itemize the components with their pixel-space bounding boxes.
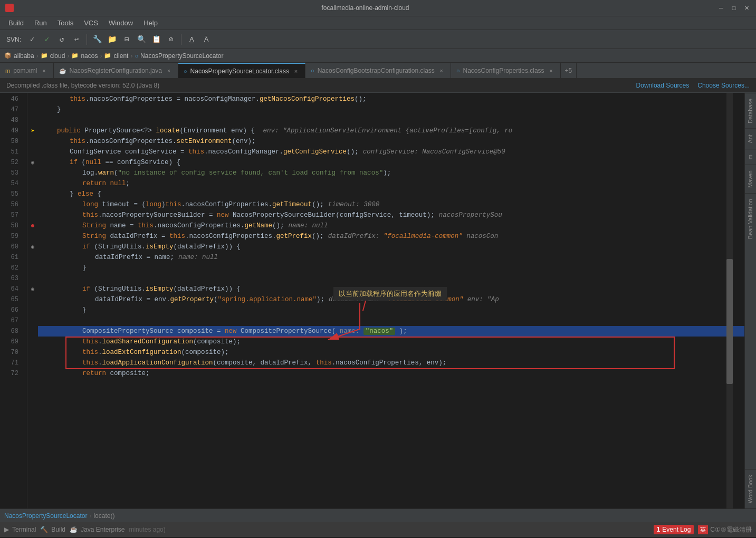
main-content: 46 47 48 49 50 51 52 53 54 55 56 57 58 5… xyxy=(0,93,756,508)
menu-help[interactable]: Help xyxy=(139,18,162,28)
bc-nacos[interactable]: nacos xyxy=(81,52,98,60)
bottom-bc-method[interactable]: locate() xyxy=(93,512,114,520)
line-num-62: 62 xyxy=(0,263,23,273)
toolbar-checkmark1[interactable]: ✓ xyxy=(26,34,38,45)
toolbar-checkmark2[interactable]: ✓ xyxy=(41,34,53,45)
status-event-log[interactable]: 1 Event Log xyxy=(654,525,694,534)
gutter-54 xyxy=(27,178,38,189)
code-content[interactable]: this.nacosConfigProperties = nacosConfig… xyxy=(38,93,744,508)
gutter-67 xyxy=(27,315,38,326)
bc-class[interactable]: NacosPropertySourceLocator xyxy=(140,52,223,60)
tab-nacos-config-close[interactable]: × xyxy=(548,67,555,74)
status-ime-indicator[interactable]: 英 C①⑤電磁清册 xyxy=(698,525,752,534)
gutter-49: ➤ xyxy=(27,126,38,136)
sidebar-tab-bean[interactable]: Bean Validation xyxy=(745,193,756,244)
maximize-button[interactable]: □ xyxy=(730,4,738,12)
code-line-52: if (null == configService) { xyxy=(38,157,744,168)
menu-tools[interactable]: Tools xyxy=(53,18,78,28)
sidebar-tab-ant[interactable]: Ant xyxy=(745,129,756,149)
dot-60: ◉ xyxy=(31,244,34,250)
gutter-56 xyxy=(27,199,38,210)
line-num-67: 67 xyxy=(0,315,23,326)
code-line-48 xyxy=(38,115,744,126)
tab-pom-xml[interactable]: m pom.xml × xyxy=(0,63,54,78)
menu-vcs[interactable]: VCS xyxy=(80,18,102,28)
current-line-arrow: ➤ xyxy=(31,127,34,135)
close-button[interactable]: ✕ xyxy=(742,4,751,12)
toolbar-search[interactable]: 🔍 xyxy=(136,34,147,45)
sidebar-tab-wordbook[interactable]: Word Book xyxy=(745,469,756,508)
bc-client[interactable]: client xyxy=(113,52,128,60)
gutter-48 xyxy=(27,115,38,126)
status-minutes-ago: minutes ago) xyxy=(129,526,165,533)
status-build[interactable]: 🔨 Build xyxy=(40,526,65,533)
tab-nacos-property[interactable]: ○ NacosPropertySourceLocator.class × xyxy=(178,63,305,78)
tab-nacos-bootstrap[interactable]: ○ NacosConfigBootstrapConfiguration.clas… xyxy=(305,63,451,78)
toolbar-refresh[interactable]: ↺ xyxy=(56,34,68,45)
menu-run[interactable]: Run xyxy=(30,18,51,28)
class-file-icon: ○ xyxy=(135,53,138,59)
breakpoint-58[interactable]: ● xyxy=(31,222,35,230)
bottom-bc-class[interactable]: NacosPropertySourceLocator xyxy=(4,512,87,520)
download-sources-link[interactable]: Download Sources xyxy=(636,82,690,89)
code-line-57: this.nacosPropertySourceBuilder = new Na… xyxy=(38,210,744,220)
bc-sep3: › xyxy=(100,52,102,60)
minimize-button[interactable]: ─ xyxy=(717,4,725,12)
tabs-bar: m pom.xml × ☕ NacosRegisterConfiguration… xyxy=(0,62,756,78)
tab-nacos-register-close[interactable]: × xyxy=(165,67,173,74)
terminal-label: Terminal xyxy=(12,526,36,533)
line-num-52: 52 xyxy=(0,157,23,168)
toolbar-stop[interactable]: ⊘ xyxy=(165,34,177,45)
code-line-69: this.loadSharedConfiguration(composite); xyxy=(38,337,744,347)
code-line-53: log.warn("no instance of config service … xyxy=(38,168,744,178)
toolbar-diff[interactable]: ⊟ xyxy=(121,34,132,45)
code-line-67 xyxy=(38,315,744,326)
tab-nacos-register[interactable]: ☕ NacosRegisterConfiguration.java × xyxy=(54,63,178,78)
title-bar: focallmedia-online-admin-cloud ─ □ ✕ xyxy=(0,0,756,16)
status-java-enterprise[interactable]: ☕ Java Enterprise xyxy=(70,526,125,533)
tab-nacos-property-close[interactable]: × xyxy=(292,68,300,75)
tab-nacos-bootstrap-close[interactable]: × xyxy=(438,67,445,74)
sidebar-tab-database[interactable]: Database xyxy=(745,93,756,129)
gutter-50 xyxy=(27,136,38,147)
vertical-scrollbar[interactable] xyxy=(726,93,733,508)
class-icon-active: ○ xyxy=(184,68,187,74)
line-num-51: 51 xyxy=(0,147,23,157)
toolbar-folder[interactable]: 📁 xyxy=(106,34,118,45)
line-num-59: 59 xyxy=(0,231,23,242)
scrollbar-thumb[interactable] xyxy=(726,259,733,383)
gutter-65 xyxy=(27,294,38,305)
toolbar-wrench[interactable]: 🔧 xyxy=(91,34,103,45)
line-num-60: 60 xyxy=(0,242,23,252)
toolbar-translate1[interactable]: A̲ xyxy=(186,34,197,45)
bc-sep2: › xyxy=(67,52,69,60)
gutter-51 xyxy=(27,147,38,157)
sidebar-tab-m[interactable]: m xyxy=(745,149,756,165)
tab-pom-close[interactable]: × xyxy=(41,67,48,74)
line-num-64: 64 xyxy=(0,284,23,294)
gutter-52: ◉ xyxy=(27,157,38,168)
toolbar-undo[interactable]: ↩ xyxy=(71,34,82,45)
menu-window[interactable]: Window xyxy=(104,18,137,28)
code-line-72: return composite; xyxy=(38,368,744,379)
code-line-68: CompositePropertySource composite = new … xyxy=(38,326,744,337)
choose-sources-link[interactable]: Choose Sources... xyxy=(697,82,750,89)
menu-build[interactable]: Build xyxy=(4,18,28,28)
status-terminal[interactable]: ▶ Terminal xyxy=(4,526,36,533)
alibaba-icon: 📦 xyxy=(4,52,12,59)
toolbar-translate2[interactable]: Ā xyxy=(200,34,212,45)
line-num-63: 63 xyxy=(0,273,23,284)
app-icon xyxy=(5,4,14,12)
gutter-72 xyxy=(27,368,38,379)
line-num-53: 53 xyxy=(0,168,23,178)
toolbar-clipboard[interactable]: 📋 xyxy=(150,34,162,45)
tab-more[interactable]: +5 xyxy=(561,63,577,78)
line-num-48: 48 xyxy=(0,115,23,126)
tab-nacos-config[interactable]: ○ NacosConfigProperties.class × xyxy=(451,63,561,78)
build-icon: 🔨 xyxy=(40,526,48,533)
sidebar-tab-maven[interactable]: Maven xyxy=(745,165,756,193)
status-bar: ▶ Terminal 🔨 Build ☕ Java Enterprise min… xyxy=(0,522,756,537)
bc-alibaba[interactable]: alibaba xyxy=(14,52,34,60)
code-line-51: ConfigService configService = this.nacos… xyxy=(38,147,744,157)
bc-cloud[interactable]: cloud xyxy=(50,52,65,60)
